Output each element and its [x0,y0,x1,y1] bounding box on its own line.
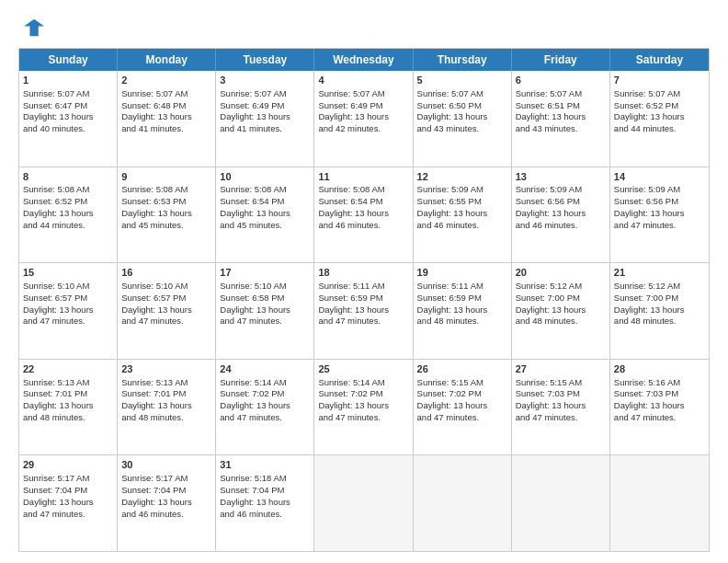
day-cell: 8Sunrise: 5:08 AMSunset: 6:52 PMDaylight… [19,167,118,263]
sunset: Sunset: 6:49 PM [318,100,382,110]
day-number: 17 [220,266,310,280]
day-number: 23 [121,362,211,376]
sunset: Sunset: 6:52 PM [23,196,87,206]
sunrise: Sunrise: 5:08 AM [23,184,89,194]
header-day: Friday [512,49,610,71]
sunrise: Sunrise: 5:13 AM [23,377,89,387]
daylight: Daylight: 13 hours [220,400,290,410]
day-cell: 21Sunrise: 5:12 AMSunset: 7:00 PMDayligh… [610,263,709,359]
day-cell: 25Sunrise: 5:14 AMSunset: 7:02 PMDayligh… [314,360,413,455]
daylight: Daylight: 13 hours [516,400,586,410]
daylight-minutes: and 44 minutes. [614,123,677,133]
day-cell: 15Sunrise: 5:10 AMSunset: 6:57 PMDayligh… [19,263,118,359]
calendar-body: 1Sunrise: 5:07 AMSunset: 6:47 PMDaylight… [19,71,709,551]
sunrise: Sunrise: 5:07 AM [516,88,582,98]
daylight-minutes: and 46 minutes. [318,220,381,230]
daylight: Daylight: 13 hours [417,400,488,410]
sunrise: Sunrise: 5:14 AM [318,377,384,387]
empty-cell [512,455,610,551]
daylight: Daylight: 13 hours [614,208,685,218]
day-number: 14 [614,170,705,184]
daylight-minutes: and 46 minutes. [516,220,578,230]
daylight-minutes: and 47 minutes. [220,412,282,422]
daylight: Daylight: 13 hours [23,304,94,315]
day-number: 20 [516,266,606,280]
daylight-minutes: and 47 minutes. [220,316,282,326]
daylight-minutes: and 40 minutes. [23,123,85,133]
day-cell: 6Sunrise: 5:07 AMSunset: 6:51 PMDaylight… [512,71,610,167]
header-day: Monday [118,49,216,71]
day-cell: 11Sunrise: 5:08 AMSunset: 6:54 PMDayligh… [314,167,413,263]
daylight-minutes: and 47 minutes. [23,509,85,519]
sunset: Sunset: 6:52 PM [614,100,678,110]
daylight-minutes: and 46 minutes. [220,509,282,519]
sunrise: Sunrise: 5:12 AM [516,281,582,291]
day-number: 12 [417,170,507,184]
sunrise: Sunrise: 5:10 AM [220,281,286,291]
header-day: Wednesday [314,49,413,71]
day-number: 30 [121,458,211,472]
daylight: Daylight: 13 hours [614,111,685,121]
daylight-minutes: and 47 minutes. [516,412,578,422]
day-cell: 19Sunrise: 5:11 AMSunset: 6:59 PMDayligh… [414,263,512,359]
sunset: Sunset: 6:55 PM [417,196,482,206]
sunrise: Sunrise: 5:07 AM [417,88,483,98]
day-number: 16 [121,266,211,280]
sunrise: Sunrise: 5:09 AM [516,184,582,194]
day-cell: 31Sunrise: 5:18 AMSunset: 7:04 PMDayligh… [216,455,314,551]
sunset: Sunset: 6:54 PM [318,196,382,206]
daylight: Daylight: 13 hours [23,111,94,121]
sunset: Sunset: 6:50 PM [417,100,482,110]
daylight-minutes: and 42 minutes. [318,123,381,133]
day-number: 31 [220,458,310,472]
sunset: Sunset: 7:03 PM [516,388,580,398]
day-number: 9 [121,170,211,184]
day-cell: 4Sunrise: 5:07 AMSunset: 6:49 PMDaylight… [314,71,413,167]
calendar-row: 29Sunrise: 5:17 AMSunset: 7:04 PMDayligh… [19,455,709,551]
day-number: 18 [318,266,408,280]
day-number: 26 [417,362,507,376]
sunset: Sunset: 6:51 PM [516,100,580,110]
empty-cell [414,455,512,551]
sunrise: Sunrise: 5:18 AM [220,473,286,483]
daylight-minutes: and 43 minutes. [417,123,480,133]
day-number: 11 [318,170,408,184]
sunrise: Sunrise: 5:07 AM [220,88,286,98]
day-cell: 28Sunrise: 5:16 AMSunset: 7:03 PMDayligh… [610,360,709,455]
day-number: 13 [516,170,606,184]
sunrise: Sunrise: 5:09 AM [614,184,680,194]
day-number: 28 [614,362,705,376]
day-number: 4 [318,74,408,87]
daylight: Daylight: 13 hours [417,208,488,218]
sunset: Sunset: 7:04 PM [121,485,186,495]
day-cell: 18Sunrise: 5:11 AMSunset: 6:59 PMDayligh… [314,263,413,359]
day-cell: 2Sunrise: 5:07 AMSunset: 6:48 PMDaylight… [118,71,216,167]
day-cell: 27Sunrise: 5:15 AMSunset: 7:03 PMDayligh… [512,360,610,455]
sunrise: Sunrise: 5:13 AM [121,377,188,387]
day-cell: 23Sunrise: 5:13 AMSunset: 7:01 PMDayligh… [118,360,216,455]
day-number: 6 [516,74,606,87]
daylight-minutes: and 47 minutes. [121,316,184,326]
daylight: Daylight: 13 hours [23,497,94,507]
daylight-minutes: and 48 minutes. [516,316,578,326]
sunrise: Sunrise: 5:15 AM [516,377,582,387]
day-number: 1 [23,74,113,87]
calendar-row: 15Sunrise: 5:10 AMSunset: 6:57 PMDayligh… [19,263,709,360]
day-number: 24 [220,362,310,376]
daylight: Daylight: 13 hours [220,208,290,218]
daylight: Daylight: 13 hours [220,497,290,507]
day-cell: 16Sunrise: 5:10 AMSunset: 6:57 PMDayligh… [118,263,216,359]
sunset: Sunset: 6:54 PM [220,196,284,206]
daylight-minutes: and 41 minutes. [220,123,282,133]
daylight: Daylight: 13 hours [417,111,488,121]
sunrise: Sunrise: 5:17 AM [23,473,89,483]
daylight-minutes: and 43 minutes. [516,123,578,133]
sunset: Sunset: 6:53 PM [121,196,186,206]
sunset: Sunset: 6:57 PM [121,293,186,303]
day-cell: 20Sunrise: 5:12 AMSunset: 7:00 PMDayligh… [512,263,610,359]
logo-icon [18,15,44,40]
daylight-minutes: and 47 minutes. [614,220,677,230]
day-cell: 10Sunrise: 5:08 AMSunset: 6:54 PMDayligh… [216,167,314,263]
day-cell: 13Sunrise: 5:09 AMSunset: 6:56 PMDayligh… [512,167,610,263]
day-number: 8 [23,170,113,184]
